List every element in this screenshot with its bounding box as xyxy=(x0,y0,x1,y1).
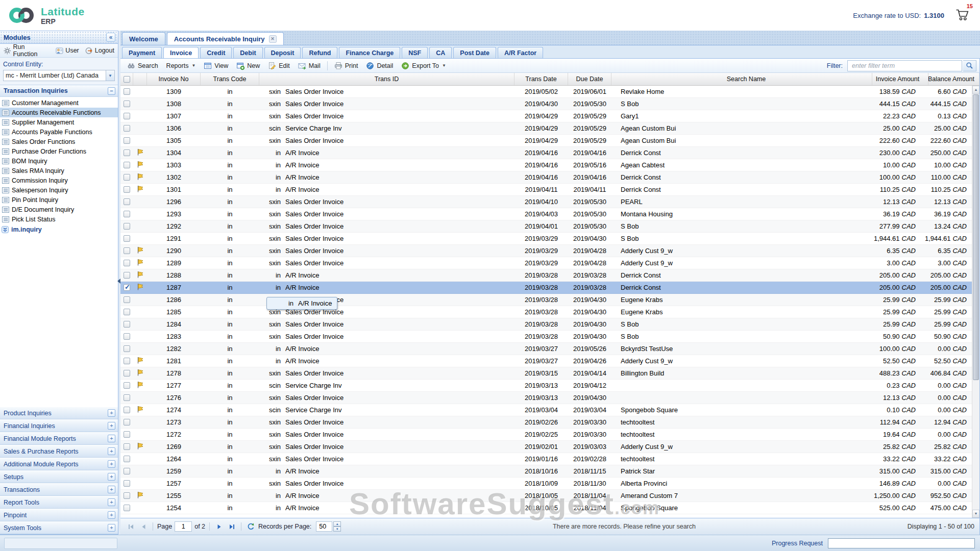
last-page-button[interactable] xyxy=(227,521,237,532)
filter-search-button[interactable] xyxy=(963,60,976,71)
page-input[interactable] xyxy=(175,521,192,532)
row-checkbox[interactable] xyxy=(124,407,130,413)
section-system-tools[interactable]: System Tools+ xyxy=(0,521,118,534)
row-checkbox[interactable] xyxy=(124,211,130,217)
detail-button[interactable]: Detail xyxy=(362,61,397,71)
section-sales-purchase-reports[interactable]: Sales & Purchase Reports+ xyxy=(0,445,118,458)
row-checkbox[interactable] xyxy=(124,443,130,450)
subtab-finance-charge[interactable]: Finance Charge xyxy=(339,47,400,58)
sidebar-item-purchase-order-functions[interactable]: Purchase Order Functions xyxy=(0,146,118,156)
section-financial-inquiries[interactable]: Financial Inquiries+ xyxy=(0,419,118,432)
row-checkbox[interactable] xyxy=(124,88,130,95)
row-checkbox[interactable] xyxy=(124,272,130,279)
row-checkbox[interactable] xyxy=(124,186,130,193)
sidebar-item-customer-management[interactable]: Customer Management xyxy=(0,98,118,108)
expand-plus-icon[interactable]: + xyxy=(108,422,115,430)
section-transaction-inquiries[interactable]: Transaction Inquiries − xyxy=(0,85,118,97)
tab-welcome[interactable]: Welcome xyxy=(122,32,165,45)
invoice-row-1282[interactable]: 1282ininA/R Invoice2019/03/272019/05/26B… xyxy=(120,343,972,355)
subtab-credit[interactable]: Credit xyxy=(200,47,232,58)
column-header-trans-code[interactable]: Trans Code xyxy=(201,73,259,85)
column-header-invoice-amount[interactable]: Invoice Amount xyxy=(872,73,928,85)
export-to-button[interactable]: Export To▼ xyxy=(398,61,450,71)
row-checkbox[interactable] xyxy=(124,431,130,438)
scrollbar-thumb[interactable] xyxy=(973,94,979,380)
invoice-row-1289[interactable]: 1289insxinSales Order Invoice2019/03/292… xyxy=(120,257,972,269)
invoice-row-1305[interactable]: 1305insxinSales Order Invoice2019/04/292… xyxy=(120,135,972,147)
row-checkbox[interactable] xyxy=(124,284,130,291)
section-transactions[interactable]: Transactions+ xyxy=(0,483,118,496)
invoice-row-1291[interactable]: 1291insxinSales Order Invoice2019/03/292… xyxy=(120,233,972,245)
cart-button[interactable]: 15 xyxy=(955,8,970,23)
invoice-row-1264[interactable]: 1264insxinSales Order Invoice2019/01/162… xyxy=(120,453,972,465)
column-header-due-date[interactable]: Due Date xyxy=(568,73,611,85)
logout-button[interactable]: Logout xyxy=(85,47,114,55)
select-all-checkbox[interactable] xyxy=(124,76,130,83)
invoice-row-1254[interactable]: 1254ininA/R Invoice2018/10/052018/11/04S… xyxy=(120,502,972,514)
subtab-nsf[interactable]: NSF xyxy=(402,47,428,58)
subtab-refund[interactable]: Refund xyxy=(302,47,337,58)
invoice-row-1285[interactable]: 1285insxinSales Order Invoice2019/03/282… xyxy=(120,306,972,318)
section-pinpoint[interactable]: Pinpoint+ xyxy=(0,509,118,521)
invoice-row-1281[interactable]: 1281ininA/R Invoice2019/03/272019/04/26A… xyxy=(120,355,972,367)
invoice-row-1272[interactable]: 1272insxinSales Order Invoice2019/02/252… xyxy=(120,429,972,441)
tab-close-icon[interactable]: ✕ xyxy=(269,35,277,43)
invoice-row-1276[interactable]: 1276insxinSales Order Invoice2019/03/132… xyxy=(120,392,972,404)
invoice-row-1296[interactable]: 1296insxinSales Order Invoice2019/04/102… xyxy=(120,196,972,208)
row-checkbox[interactable] xyxy=(124,419,130,425)
invoice-row-1273[interactable]: 1273insxinSales Order Invoice2019/02/262… xyxy=(120,416,972,429)
row-checkbox[interactable] xyxy=(124,345,130,352)
section-report-tools[interactable]: Report Tools+ xyxy=(0,496,118,509)
run-function-button[interactable]: Run Function xyxy=(4,43,50,58)
first-page-button[interactable] xyxy=(126,521,136,532)
invoice-row-1303[interactable]: 1303ininA/R Invoice2019/04/162019/05/16A… xyxy=(120,159,972,171)
row-checkbox[interactable] xyxy=(124,382,130,389)
invoice-row-1307[interactable]: 1307insxinSales Order Invoice2019/04/292… xyxy=(120,110,972,122)
chevron-down-icon[interactable]: ▼ xyxy=(106,70,114,81)
subtab-invoice[interactable]: Invoice xyxy=(163,47,199,58)
invoice-row-1283[interactable]: 1283insxinSales Order Invoice2019/03/282… xyxy=(120,331,972,343)
invoice-row-1309[interactable]: 1309insxinSales Order Invoice2019/05/022… xyxy=(120,86,972,98)
invoice-row-1257[interactable]: 1257insxinSales Order Invoice2018/10/092… xyxy=(120,478,972,490)
row-checkbox[interactable] xyxy=(124,125,130,132)
subtab-ca[interactable]: CA xyxy=(429,47,452,58)
print-button[interactable]: Print xyxy=(331,61,362,71)
mail-button[interactable]: Mail xyxy=(295,61,324,71)
section-product-inquiries[interactable]: Product Inquiries+ xyxy=(0,407,118,419)
invoice-row-1277[interactable]: 1277inscinService Charge Inv2019/03/1320… xyxy=(120,380,972,392)
row-checkbox[interactable] xyxy=(124,333,130,340)
prev-page-button[interactable] xyxy=(138,521,149,532)
section-setups[interactable]: Setups+ xyxy=(0,470,118,483)
sidebar-item-supplier-management[interactable]: Supplier Management xyxy=(0,117,118,127)
subtab-post-date[interactable]: Post Date xyxy=(453,47,496,58)
subtab-deposit[interactable]: Deposit xyxy=(264,47,301,58)
subtab-payment[interactable]: Payment xyxy=(122,47,162,58)
sidebar-item-accounts-payable-functions[interactable]: Accounts Payable Functions xyxy=(0,127,118,137)
new-button[interactable]: New xyxy=(233,61,263,71)
column-header-trans-date[interactable]: Trans Date xyxy=(514,73,568,85)
invoice-row-1308[interactable]: 1308insxinSales Order Invoice2019/04/302… xyxy=(120,98,972,110)
invoice-row-1302[interactable]: 1302ininA/R Invoice2019/04/162019/04/16D… xyxy=(120,171,972,184)
column-header-trans-id[interactable]: Trans ID xyxy=(259,73,514,85)
spinner-down-icon[interactable]: ▼ xyxy=(333,527,341,532)
sidebar-item-sales-order-functions[interactable]: Sales Order Functions xyxy=(0,137,118,146)
scroll-down-icon[interactable]: ▼ xyxy=(972,510,979,518)
sidebar-item-im-inquiry[interactable]: im.inquiry xyxy=(0,224,118,235)
invoice-row-1290[interactable]: 1290insxinSales Order Invoice2019/03/292… xyxy=(120,245,972,257)
invoice-row-1255[interactable]: 1255ininA/R Invoice2018/10/052018/11/04A… xyxy=(120,490,972,502)
expand-plus-icon[interactable]: + xyxy=(108,409,115,417)
row-checkbox[interactable] xyxy=(124,260,130,266)
invoice-row-1292[interactable]: 1292insxinSales Order Invoice2019/04/012… xyxy=(120,220,972,233)
scroll-up-icon[interactable]: ▲ xyxy=(972,86,979,94)
sidebar-item-pick-list-status[interactable]: Pick List Status xyxy=(0,214,118,224)
reports-button[interactable]: Reports▼ xyxy=(163,61,200,70)
invoice-row-1304[interactable]: 1304ininA/R Invoice2019/04/162019/04/16D… xyxy=(120,147,972,159)
collapse-minus-icon[interactable]: − xyxy=(108,87,115,95)
row-checkbox[interactable] xyxy=(124,149,130,156)
row-checkbox[interactable] xyxy=(124,296,130,303)
sidebar-item-pin-point-inquiry[interactable]: Pin Point Inquiry xyxy=(0,195,118,205)
section-additional-module-reports[interactable]: Additional Module Reports+ xyxy=(0,458,118,470)
row-checkbox[interactable] xyxy=(124,198,130,205)
view-button[interactable]: View xyxy=(200,61,232,71)
sidebar-item-d-e-document-inquiry[interactable]: D/E Document Inquiry xyxy=(0,205,118,214)
